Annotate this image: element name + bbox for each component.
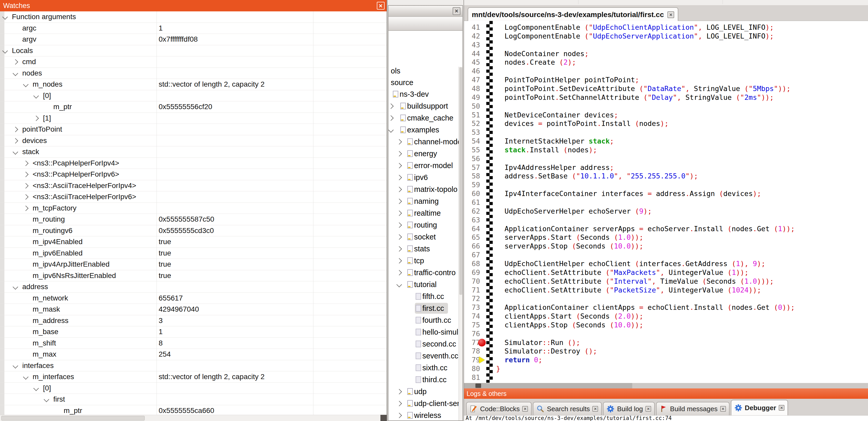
code-line-57[interactable]: 57 Ipv4AddressHelper address; bbox=[464, 163, 868, 172]
tree-item-third-cc[interactable]: third.cc bbox=[389, 374, 462, 386]
code-line-70[interactable]: 70 echoClient.SetAttribute ("Interval", … bbox=[464, 277, 868, 286]
chevron-right-icon[interactable] bbox=[34, 117, 38, 121]
line-number[interactable]: 44 bbox=[464, 50, 480, 58]
tree-item-ns-3-dev[interactable]: ns-3-dev bbox=[389, 89, 462, 100]
code-line-41[interactable]: 41 LogComponentEnable ("UdpEchoClientApp… bbox=[464, 23, 868, 32]
tree-item-ipv6[interactable]: ipv6 bbox=[389, 172, 462, 183]
tree-item-matrix-topolo[interactable]: matrix-topolo bbox=[389, 184, 462, 195]
chevron-down-icon[interactable] bbox=[3, 15, 7, 20]
line-number[interactable]: 73 bbox=[464, 303, 480, 312]
line-number[interactable]: 74 bbox=[464, 312, 480, 321]
watch-row[interactable]: m_ipv4Enabledtrue bbox=[0, 236, 386, 248]
line-number[interactable]: 45 bbox=[464, 58, 480, 67]
watch-row[interactable]: address bbox=[0, 281, 386, 293]
chevron-down-icon[interactable] bbox=[13, 285, 17, 290]
chevron-right-icon[interactable] bbox=[397, 223, 401, 228]
line-number[interactable]: 53 bbox=[464, 128, 480, 137]
watch-row[interactable]: m_ptr0x55555556cf20 bbox=[0, 101, 386, 113]
tree-item-source[interactable]: source bbox=[389, 77, 462, 89]
chevron-down-icon[interactable] bbox=[13, 150, 17, 155]
tree-item-energy[interactable]: energy bbox=[389, 148, 462, 160]
tree-item-sixth-cc[interactable]: sixth.cc bbox=[389, 362, 462, 374]
watch-row[interactable]: m_base1 bbox=[0, 326, 386, 338]
watch-row[interactable]: [0] bbox=[0, 383, 386, 394]
code-line-59[interactable]: 59 bbox=[464, 181, 868, 189]
watch-row[interactable]: Function arguments bbox=[0, 11, 386, 23]
tree-item-naming[interactable]: naming bbox=[389, 195, 462, 207]
watch-row[interactable]: cmd bbox=[0, 56, 386, 68]
code-line-80[interactable]: 80} bbox=[464, 364, 868, 373]
tree-item-tutorial[interactable]: tutorial bbox=[389, 279, 462, 290]
watch-row[interactable]: pointToPoint bbox=[0, 124, 386, 135]
log-tab-build-messages[interactable]: Build messages✕ bbox=[656, 402, 730, 415]
chevron-right-icon[interactable] bbox=[397, 247, 401, 252]
line-number[interactable]: 42 bbox=[464, 32, 480, 41]
watch-row[interactable]: [1] bbox=[0, 113, 386, 124]
code-line-77[interactable]: 77 Simulator::Run (); bbox=[464, 338, 868, 347]
line-number[interactable]: 71 bbox=[464, 286, 480, 295]
watch-row[interactable]: m_nodesstd::vector of length 2, capacity… bbox=[0, 79, 386, 90]
code-line-44[interactable]: 44 NodeContainer nodes; bbox=[464, 50, 868, 58]
chevron-right-icon[interactable] bbox=[24, 161, 28, 166]
line-number[interactable]: 75 bbox=[464, 321, 480, 329]
editor-tab-close-icon[interactable]: ✕ bbox=[668, 11, 674, 18]
chevron-right-icon[interactable] bbox=[24, 184, 28, 189]
line-number[interactable]: 56 bbox=[464, 154, 480, 163]
line-number[interactable]: 79 bbox=[464, 356, 480, 364]
tree-item-stats[interactable]: stats bbox=[389, 243, 462, 255]
line-number[interactable]: 64 bbox=[464, 224, 480, 233]
tree-item-second-cc[interactable]: second.cc bbox=[389, 338, 462, 350]
file-tree-scrollbar-thumb[interactable] bbox=[459, 67, 462, 295]
watch-row[interactable]: m_routing0x555555587c50 bbox=[0, 214, 386, 225]
tree-item-ols[interactable]: ols bbox=[389, 65, 462, 77]
editor-hscrollbar-track[interactable] bbox=[464, 383, 632, 388]
chevron-right-icon[interactable] bbox=[397, 152, 401, 157]
code-line-79[interactable]: 79 return 0; bbox=[464, 356, 868, 364]
chevron-right-icon[interactable] bbox=[13, 128, 17, 132]
log-tab-close-icon[interactable]: ✕ bbox=[522, 406, 528, 412]
code-line-43[interactable]: 43 bbox=[464, 41, 868, 50]
line-number[interactable]: 63 bbox=[464, 216, 480, 224]
watch-row[interactable]: m_routingv60x5555555cd3c0 bbox=[0, 225, 386, 237]
watch-row[interactable]: m_shift8 bbox=[0, 338, 386, 349]
line-number[interactable]: 76 bbox=[464, 329, 480, 338]
code-line-69[interactable]: 69 echoClient.SetAttribute ("MaxPackets"… bbox=[464, 268, 868, 277]
log-tab-close-icon[interactable]: ✕ bbox=[720, 406, 726, 412]
line-number[interactable]: 77 bbox=[464, 338, 480, 347]
chevron-right-icon[interactable] bbox=[397, 235, 401, 240]
code-line-72[interactable]: 72 bbox=[464, 294, 868, 303]
tree-item-buildsupport[interactable]: buildsupport bbox=[389, 100, 462, 112]
line-number[interactable]: 70 bbox=[464, 277, 480, 286]
code-line-56[interactable]: 56 bbox=[464, 154, 868, 163]
code-line-60[interactable]: 60 Ipv4InterfaceContainer interfaces = a… bbox=[464, 189, 868, 198]
log-tab-build-log[interactable]: Build log✕ bbox=[603, 402, 655, 415]
line-number[interactable]: 47 bbox=[464, 75, 480, 84]
code-line-55[interactable]: 55 stack.Install (nodes); bbox=[464, 145, 868, 154]
editor-tab-first-cc[interactable]: mnt/dev/tools/source/ns-3-dev/examples/t… bbox=[468, 7, 678, 22]
line-number[interactable]: 52 bbox=[464, 119, 480, 128]
watches-resize-grip[interactable] bbox=[380, 415, 386, 421]
watches-hscrollbar[interactable] bbox=[0, 415, 386, 421]
chevron-down-icon[interactable] bbox=[24, 83, 28, 88]
line-number[interactable]: 68 bbox=[464, 259, 480, 268]
watch-row[interactable]: interfaces bbox=[0, 360, 386, 371]
chevron-down-icon[interactable] bbox=[13, 364, 17, 369]
chevron-right-icon[interactable] bbox=[13, 139, 17, 144]
chevron-right-icon[interactable] bbox=[397, 164, 401, 169]
log-tab-close-icon[interactable]: ✕ bbox=[645, 406, 651, 412]
code-line-50[interactable]: 50 bbox=[464, 102, 868, 111]
line-number[interactable]: 59 bbox=[464, 181, 480, 189]
log-tab-search-results[interactable]: Search results✕ bbox=[533, 402, 602, 415]
watch-row[interactable]: Locals bbox=[0, 45, 386, 57]
chevron-right-icon[interactable] bbox=[397, 259, 401, 264]
line-number[interactable]: 67 bbox=[464, 251, 480, 259]
line-number[interactable]: 66 bbox=[464, 242, 480, 251]
watch-row[interactable]: <ns3::AsciiTraceHelperForIpv6> bbox=[0, 191, 386, 203]
editor-hscrollbar-thumb[interactable] bbox=[475, 384, 481, 388]
editor-hscrollbar[interactable] bbox=[464, 383, 868, 388]
line-number[interactable]: 61 bbox=[464, 198, 480, 207]
line-number[interactable]: 54 bbox=[464, 137, 480, 145]
chevron-down-icon[interactable] bbox=[34, 386, 38, 391]
tree-item-udp-client-ser[interactable]: udp-client-ser bbox=[389, 398, 462, 409]
file-tree-scrollbar[interactable] bbox=[459, 67, 462, 420]
